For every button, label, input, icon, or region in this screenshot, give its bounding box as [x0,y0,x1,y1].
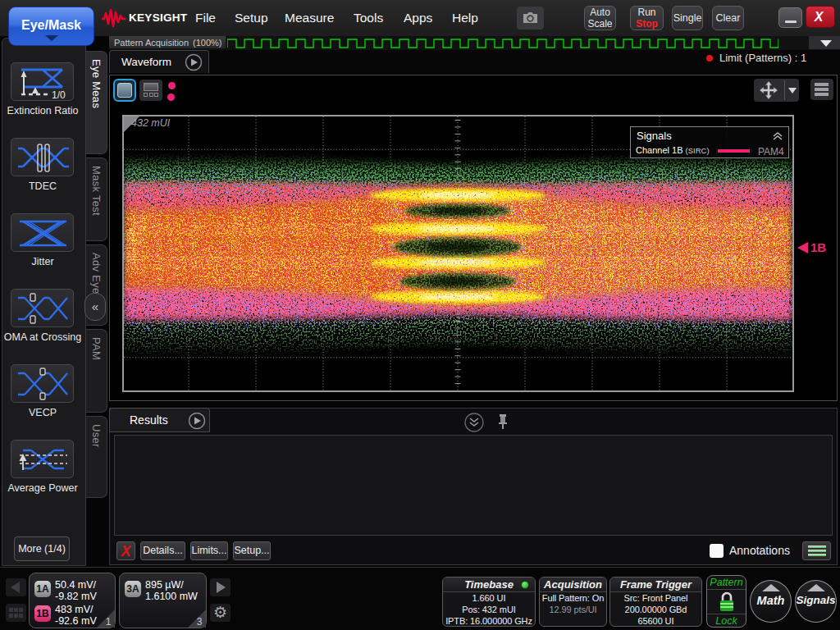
svg-text:1/0: 1/0 [52,89,66,101]
svg-text:1: 1 [106,616,112,628]
svg-text:3: 3 [197,616,203,628]
